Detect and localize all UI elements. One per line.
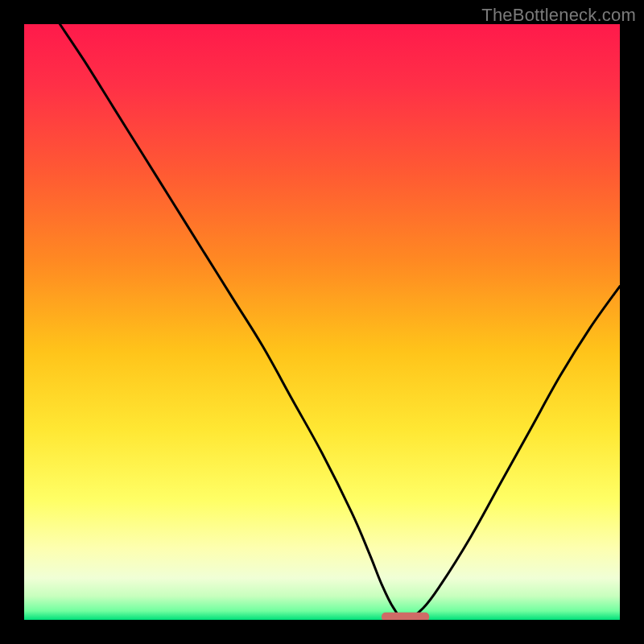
bottleneck-chart xyxy=(24,24,620,620)
watermark-text: TheBottleneck.com xyxy=(481,5,636,26)
chart-frame: TheBottleneck.com xyxy=(0,0,644,644)
gradient-background xyxy=(24,24,620,620)
bottom-marker xyxy=(382,613,429,620)
